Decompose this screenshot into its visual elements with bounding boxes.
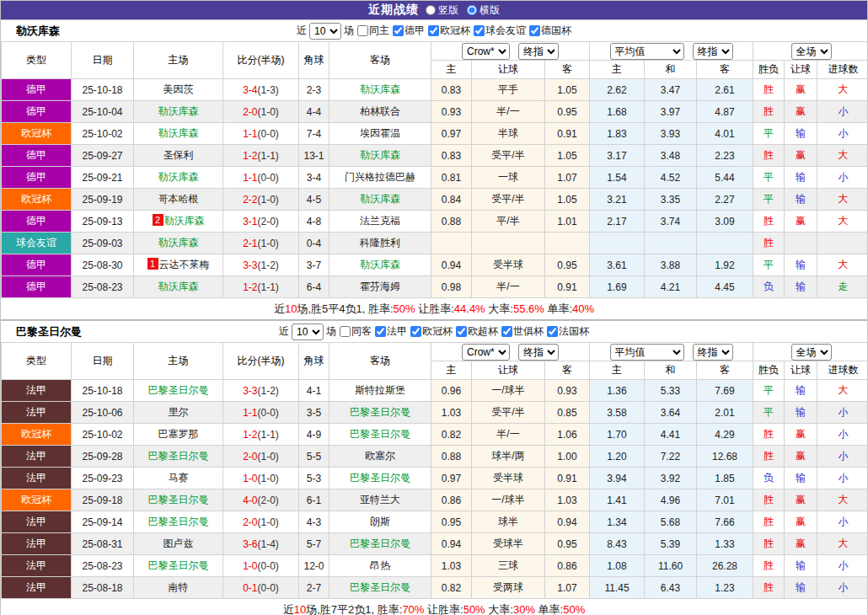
score-fulltime: 3-4: [243, 84, 257, 96]
league-badge: 法甲: [2, 511, 72, 533]
league-filter[interactable]: 法国杯: [546, 324, 589, 339]
bookmaker-select[interactable]: Crow*: [462, 344, 510, 361]
league-filter-label: 世俱杯: [513, 324, 544, 339]
summary-segment: 50%: [463, 603, 485, 615]
home-team-cell: 2勒沃库森: [134, 211, 223, 233]
same-venue-checkbox[interactable]: [357, 25, 368, 36]
league-badge: 德甲: [2, 254, 72, 276]
league-filter[interactable]: 德国杯: [528, 24, 571, 38]
score-halftime: (1-2): [258, 259, 279, 271]
result-goals: 小: [817, 511, 868, 533]
same-venue-filter[interactable]: 同主: [356, 24, 389, 38]
odds-handicap: 半/一: [472, 276, 545, 298]
away-team-name: 巴黎圣日尔曼: [350, 537, 410, 549]
average-final-select[interactable]: 终指: [693, 344, 733, 361]
home-team-name: 勒沃库森: [158, 281, 199, 292]
odds-away: 0.93: [545, 380, 590, 402]
score-fulltime: 1-1: [243, 407, 257, 419]
away-team-name: 斯特拉斯堡: [355, 384, 405, 396]
date-cell: 25-09-13: [72, 211, 134, 233]
home-team-cell: 巴黎圣日尔曼: [134, 446, 223, 468]
date-cell: 25-10-02: [72, 123, 134, 145]
league-filter[interactable]: 欧冠杯: [410, 324, 453, 339]
score-cell: 1-2(1-1): [223, 276, 299, 298]
result-goals: 小: [817, 555, 868, 577]
same-venue-filter[interactable]: 同客: [339, 324, 372, 339]
bookmaker-select[interactable]: Crow*: [462, 43, 510, 60]
layout-radio-option-1[interactable]: 横版: [467, 3, 500, 18]
league-filter-checkbox[interactable]: [393, 25, 404, 36]
near-count-select[interactable]: 10: [309, 23, 341, 40]
sub-header-3: 主: [590, 61, 645, 79]
avg-home: 3.58: [590, 402, 645, 424]
score-fulltime: 1-0: [243, 560, 257, 572]
league-filter[interactable]: 德甲: [392, 24, 425, 38]
league-filter-checkbox[interactable]: [375, 326, 386, 337]
corner-cell: 4-1: [299, 380, 330, 402]
titlebar: 近期战绩 竖版横版: [1, 1, 867, 19]
odds-handicap: 平手: [472, 79, 545, 101]
league-filter-label: 欧冠杯: [440, 24, 470, 38]
sub-header-1: 让球: [472, 361, 545, 380]
league-filter-checkbox[interactable]: [474, 25, 485, 36]
home-team-name: 马赛: [169, 472, 189, 484]
league-filter-checkbox[interactable]: [456, 326, 467, 337]
average-select[interactable]: 平均值: [610, 43, 684, 60]
league-filter[interactable]: 法甲: [374, 324, 407, 339]
near-count-select[interactable]: 10: [292, 324, 324, 340]
score-cell: 1-2(1-1): [223, 145, 299, 167]
score-fulltime: 1-1: [243, 128, 257, 140]
result-winlose: 胜: [753, 101, 785, 123]
result-handicap: 输: [785, 555, 817, 577]
league-filter-checkbox[interactable]: [501, 326, 512, 337]
hdr-selects: Crow*终指: [462, 344, 559, 361]
score-cell: 2-0(1-0): [223, 511, 299, 533]
summary-segment: 场,胜5平4负1, 胜率:: [297, 302, 393, 315]
league-filter[interactable]: 欧超杯: [455, 324, 498, 339]
league-filter-checkbox[interactable]: [547, 326, 558, 337]
final-odds-select[interactable]: 终指: [518, 43, 559, 60]
score-halftime: (1-4): [258, 538, 279, 550]
odds-away: 0.95: [545, 101, 590, 123]
full-match-select[interactable]: 全场: [791, 344, 832, 361]
league-filter[interactable]: 世俱杯: [501, 324, 544, 339]
league-filter-checkbox[interactable]: [410, 326, 421, 337]
result-goals: 小: [817, 402, 868, 424]
league-filter-checkbox[interactable]: [428, 25, 439, 36]
avg-draw: [645, 233, 697, 254]
score-cell: 0-1(0-0): [223, 577, 299, 599]
away-team-name: 勒沃库森: [360, 193, 400, 205]
avg-draw: 3.64: [645, 402, 697, 424]
odds-handicap: 一/球半: [472, 380, 545, 402]
sub-header-6: 胜负: [753, 361, 785, 380]
home-team-cell: 勒沃库森: [134, 167, 223, 189]
layout-radio-option-0[interactable]: 竖版: [426, 3, 458, 18]
final-odds-select[interactable]: 终指: [518, 344, 559, 361]
table-row: 欧冠杯25-10-02勒沃库森1-1(0-0)7-4埃因霍温0.97半球0.91…: [2, 123, 868, 145]
league-filter-checkbox[interactable]: [529, 25, 540, 36]
odds-handicap: 受两球: [472, 577, 545, 599]
corner-cell: 4-9: [299, 424, 330, 446]
full-match-select[interactable]: 全场: [791, 43, 832, 60]
avg-away: 7.01: [697, 489, 753, 511]
score-cell: 3-4(1-3): [223, 79, 299, 101]
layout-radio-vertical[interactable]: [426, 5, 436, 15]
score-fulltime: 0-1: [243, 582, 257, 594]
avg-home: 3.94: [590, 468, 645, 489]
odds-away: 0.94: [545, 511, 590, 533]
same-venue-checkbox[interactable]: [340, 326, 351, 337]
league-filter-label: 球会友谊: [485, 24, 526, 38]
home-team-name: 勒沃库森: [158, 127, 199, 139]
league-badge: 德甲: [2, 145, 72, 167]
average-select[interactable]: 平均值: [610, 344, 684, 361]
average-final-select[interactable]: 终指: [693, 43, 733, 60]
layout-radio-horizontal[interactable]: [467, 5, 477, 15]
score-halftime: (1-0): [258, 238, 279, 249]
avg-away: 4.87: [697, 101, 753, 123]
league-filter[interactable]: 球会友谊: [473, 24, 526, 38]
avg-away: 7.69: [697, 380, 753, 402]
league-filter[interactable]: 欧冠杯: [427, 24, 470, 38]
odds-handicap: 受球半: [472, 533, 545, 555]
home-team-name: 勒沃库森: [158, 105, 199, 117]
home-team-cell: 勒沃库森: [134, 233, 223, 254]
